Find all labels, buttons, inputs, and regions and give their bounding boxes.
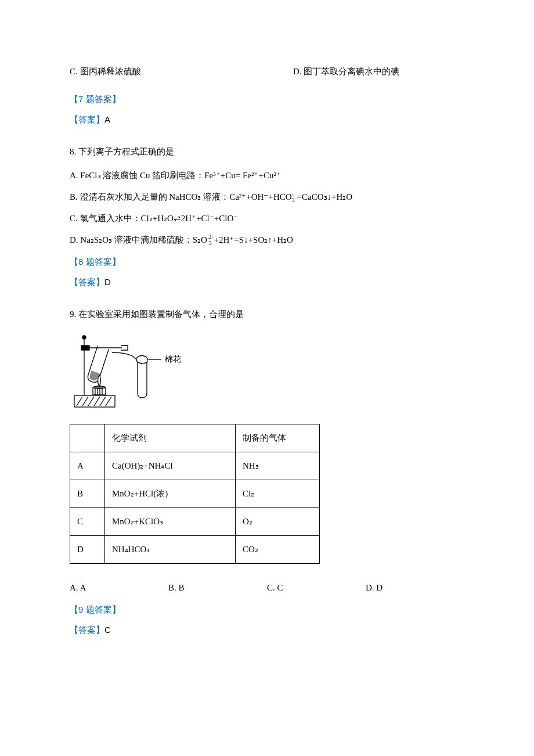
q8-answer: 【答案】D xyxy=(70,274,464,290)
cell: MnO₂+KClO₃ xyxy=(105,508,236,536)
q9-option-b: B. B xyxy=(168,580,267,596)
q8-answer-header: 【8 题答案】 xyxy=(70,254,464,269)
q7-answer-label: 【答案】 xyxy=(70,114,104,124)
cell: CO₂ xyxy=(236,536,320,564)
th-reagent: 化学试剂 xyxy=(105,424,236,452)
apparatus-diagram-icon xyxy=(70,333,168,411)
q8-optd-post: +2H⁺=S↓+SO₂↑+H₂O xyxy=(212,235,293,244)
q8-answer-label: 【答案】 xyxy=(70,277,104,287)
q9-answer: 【答案】C xyxy=(70,622,464,638)
table-row: C MnO₂+KClO₃ O₂ xyxy=(70,508,320,536)
q8-stem: 8. 下列离子方程式正确的是 xyxy=(70,144,464,160)
q8-option-a: A. FeCl₃ 溶液腐蚀 Cu 箔印刷电路：Fe³⁺+Cu= Fe²⁺+Cu²… xyxy=(70,168,464,183)
q7-options-cd: C. 图丙稀释浓硫酸 D. 图丁萃取分离碘水中的碘 xyxy=(70,64,464,80)
cell: NH₄HCO₃ xyxy=(105,536,236,564)
svg-rect-9 xyxy=(81,345,89,350)
th-gas: 制备的气体 xyxy=(236,424,320,452)
q7-answer: 【答案】A xyxy=(70,111,464,128)
cell: B xyxy=(70,480,105,508)
q9-option-c: C. C xyxy=(267,580,366,596)
cell: D xyxy=(70,536,105,564)
cell: Cl₂ xyxy=(236,480,320,508)
q9-answer-label: 【答案】 xyxy=(70,625,104,635)
table-row: D NH₄HCO₃ CO₂ xyxy=(70,536,320,564)
q7-option-d: D. 图丁萃取分离碘水中的碘 xyxy=(293,64,399,80)
q9-option-a: A. A xyxy=(70,580,168,596)
q9-apparatus: 棉花 xyxy=(70,333,464,411)
cell: A xyxy=(70,452,105,480)
q9-option-d: D. D xyxy=(366,580,464,596)
q8-option-c: C. 氯气通入水中：Cl₂+H₂O⇌2H⁺+Cl⁻+ClO⁻ xyxy=(70,211,464,226)
cell: NH₃ xyxy=(236,452,320,480)
q9-reagent-table: 化学试剂 制备的气体 A Ca(OH)₂+NH₄Cl NH₃ B MnO₂+HC… xyxy=(70,424,320,564)
q8-optb-pre: B. 澄清石灰水加入足量的 NaHCO₃ 溶液：Ca²⁺+OH⁻+HCO xyxy=(70,192,292,201)
cell: Ca(OH)₂+NH₄Cl xyxy=(105,452,236,480)
q9-answer-header: 【9 题答案】 xyxy=(70,602,464,617)
q7-option-c: C. 图丙稀释浓硫酸 xyxy=(70,64,293,80)
q8-option-d: D. Na₂S₂O₃ 溶液中滴加稀硫酸：S₂O2- 3 +2H⁺=S↓+SO₂↑… xyxy=(70,232,464,248)
q8-optd-pre: D. Na₂S₂O₃ 溶液中滴加稀硫酸：S₂O xyxy=(70,235,207,244)
table-row: B MnO₂+HCl(浓) Cl₂ xyxy=(70,480,320,508)
q8-optb-post: =CaCO₃↓+H₂O xyxy=(295,192,352,201)
cell: O₂ xyxy=(236,508,320,536)
q7-answer-header: 【7 题答案】 xyxy=(70,91,464,107)
q8-answer-value: D xyxy=(104,277,111,287)
q9-stem: 9. 在实验室采用如图装置制备气体，合理的是 xyxy=(70,307,464,322)
q7-answer-value: A xyxy=(104,114,110,124)
q8-option-b: B. 澄清石灰水加入足量的 NaHCO₃ 溶液：Ca²⁺+OH⁻+HCO-3 =… xyxy=(70,189,464,205)
cell: MnO₂+HCl(浓) xyxy=(105,480,236,508)
th-empty xyxy=(70,424,105,452)
q9-apparatus-label: 棉花 xyxy=(165,352,181,366)
svg-point-8 xyxy=(82,336,86,339)
cell: C xyxy=(70,508,105,536)
table-row: A Ca(OH)₂+NH₄Cl NH₃ xyxy=(70,452,320,480)
table-header-row: 化学试剂 制备的气体 xyxy=(70,424,320,452)
q9-answer-value: C xyxy=(104,625,111,635)
q9-options: A. A B. B C. C D. D xyxy=(70,580,464,596)
svg-rect-11 xyxy=(93,388,106,395)
